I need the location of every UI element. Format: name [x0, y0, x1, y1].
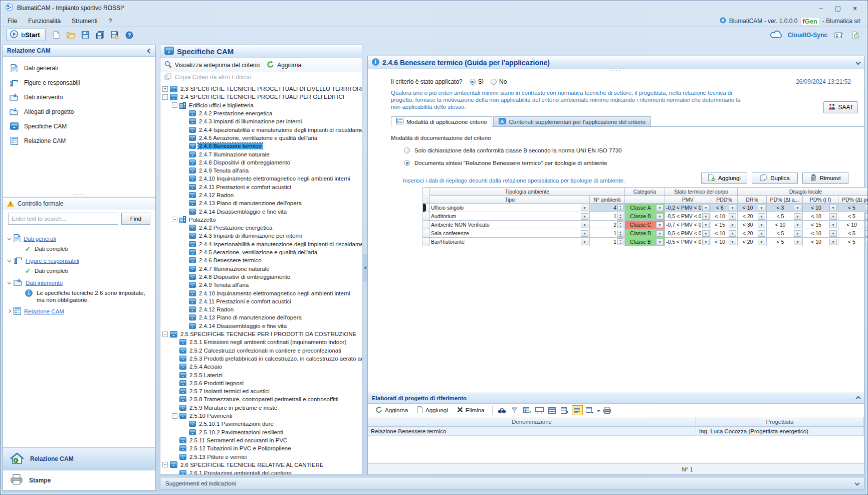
cell-progettista[interactable]: Ing. Luca Cocozza (Progettista energetic…: [696, 427, 864, 435]
controllo-node[interactable]: Figure e responsabili: [6, 255, 152, 266]
open-icon[interactable]: [65, 30, 77, 41]
dropdown-icon[interactable]: ▼: [729, 239, 736, 245]
dropdown-icon[interactable]: ▼: [702, 213, 710, 220]
doc-sync-icon[interactable]: [849, 30, 861, 41]
cell-pd-tf[interactable]: < 15▼: [803, 221, 838, 229]
tree-node[interactable]: 2.5.11 Serramenti ed oscuranti in PVC: [160, 436, 362, 444]
cell-pd-dta[interactable]: < 3▼: [767, 204, 803, 212]
cell-pd-tf[interactable]: < 10▼: [803, 212, 838, 221]
elaborati-refresh-button[interactable]: Aggiorna: [372, 405, 411, 416]
table-row[interactable]: Ambiente NON Verificato▼2▲▼Classe C▼-0,7…: [423, 221, 868, 229]
cell-pdd[interactable]: < 15▼: [711, 221, 738, 229]
tree-node[interactable]: 2.4.10 Inquinamento elettromagnetico neg…: [160, 175, 362, 183]
list-view-icon[interactable]: [572, 405, 583, 415]
cell-pdd[interactable]: < 10▼: [711, 229, 738, 238]
dropdown-icon[interactable]: ▼: [581, 239, 588, 245]
menu-file[interactable]: File: [8, 18, 17, 25]
controllo-node-link[interactable]: Dati generali: [24, 236, 56, 242]
column-header[interactable]: N° ambienti: [590, 196, 625, 204]
add-row-button[interactable]: Aggiungi: [701, 173, 747, 184]
tree-collapse-icon[interactable]: −: [162, 332, 168, 337]
cell-pd-tf[interactable]: < 10▼: [803, 238, 838, 246]
tree-node[interactable]: 2.5.3 Prodotti prefabbricati in calcestr…: [160, 355, 362, 363]
find-button[interactable]: Find: [121, 213, 150, 225]
menu-strumenti[interactable]: Strumenti: [72, 18, 97, 25]
collapse-elaborati-icon[interactable]: [856, 396, 861, 401]
tree-node[interactable]: −Edificio uffici e biglietteria: [160, 101, 362, 109]
tree-node[interactable]: 2.4.9 Tenuta all'aria: [160, 281, 362, 289]
column-header[interactable]: PD% (Δt pr): [838, 196, 868, 204]
elaborati-delete-button[interactable]: Elimina: [454, 405, 488, 416]
cell-pmv[interactable]: -0,5 < PMV < 0,5▼: [665, 212, 711, 221]
tree-node[interactable]: 2.4.12 Radon: [160, 305, 362, 313]
tree-node[interactable]: 2.4.6 Benessere termico: [160, 142, 362, 150]
tree-node[interactable]: −2.5 SPECIFICHE TECNICHE PER I PRODOTTI …: [160, 330, 362, 338]
cell-dr[interactable]: < 20▼: [738, 238, 767, 246]
dropdown-icon[interactable]: ▼: [656, 222, 664, 228]
cell-categoria[interactable]: Classe B▼: [625, 238, 665, 246]
tree-node[interactable]: +2.3 SPECIFICHE TECNICHE PROGETTUALI DI …: [160, 85, 362, 93]
cell-pd-tf[interactable]: < 10▼: [803, 229, 838, 238]
dropdown-icon[interactable]: ▼: [581, 213, 588, 220]
cell-pd-dtpr[interactable]: < 5▼: [838, 212, 868, 221]
group-add-icon[interactable]: [522, 405, 533, 415]
sidebar-bottom-stampe[interactable]: Stampe: [3, 470, 155, 490]
radio-yes[interactable]: Sì: [470, 78, 484, 85]
tree-collapse-icon[interactable]: −: [162, 462, 168, 467]
cell-categoria[interactable]: Classe B▼: [625, 229, 665, 238]
maximize-button[interactable]: ▢: [830, 3, 845, 13]
dropdown-icon[interactable]: ▼: [656, 213, 664, 220]
tree-collapse-icon[interactable]: −: [172, 413, 177, 419]
collapse-sidebar-icon[interactable]: [147, 48, 152, 53]
save-icon[interactable]: [80, 30, 92, 41]
controllo-node[interactable]: Dati intervento: [6, 277, 152, 288]
layout-grid-icon[interactable]: [547, 405, 558, 415]
help-icon[interactable]: ?: [123, 30, 135, 41]
dropdown-caret-icon[interactable]: [597, 407, 600, 414]
tree-node[interactable]: 2.4.3 Impianti di illuminazione per inte…: [160, 117, 362, 125]
dropdown-icon[interactable]: ▼: [758, 239, 765, 245]
dropdown-icon[interactable]: ▼: [865, 230, 868, 237]
cell-pd-dtpr[interactable]: < 5▼: [838, 204, 868, 212]
dropdown-icon[interactable]: ▼: [758, 230, 765, 237]
cloud-sync-label[interactable]: CloudIO-Sync: [788, 32, 827, 39]
tree-node[interactable]: −2.5.10 Pavimenti: [160, 412, 362, 420]
column-denominazione[interactable]: Denominazione: [368, 417, 696, 426]
dropdown-icon[interactable]: ▼: [829, 222, 837, 228]
dropdown-icon[interactable]: ▼: [865, 205, 868, 211]
option-dichiarazione[interactable]: Solo dichiarazione della conformità clas…: [404, 147, 864, 153]
cell-dr[interactable]: < 20▼: [738, 229, 767, 238]
column-header[interactable]: PD% (t f): [803, 196, 838, 204]
row-selector[interactable]: [423, 229, 430, 238]
tree-node[interactable]: 2.4.5 Aerazione, ventilazione e qualità …: [160, 134, 362, 142]
dropdown-icon[interactable]: ▼: [729, 222, 736, 228]
table-row[interactable]: Ufficio singolo▼4▲▼Classe A▼-0,2 < PMV <…: [423, 204, 868, 212]
dropdown-icon[interactable]: ▼: [581, 230, 588, 237]
tree-expand-icon[interactable]: +: [162, 86, 168, 92]
tree-node[interactable]: −2.4 SPECIFICHE TECNICHE PROGETTUALI PER…: [160, 93, 362, 101]
refresh-criteria-button[interactable]: Aggiorna: [267, 61, 301, 70]
column-progettista[interactable]: Progettista: [696, 417, 864, 426]
sidebar-item-dati-generali[interactable]: Dati generali: [3, 61, 155, 75]
export-grid-icon[interactable]: [559, 405, 570, 415]
dropdown-icon[interactable]: ▼: [794, 230, 801, 237]
menu-help[interactable]: ?: [108, 18, 112, 25]
tree-node[interactable]: 2.4.9 Tenuta all'aria: [160, 167, 362, 175]
cell-categoria[interactable]: Classe B▼: [625, 212, 665, 221]
tree-node[interactable]: 2.4.14 Disassemblaggio e fine vita: [160, 207, 362, 215]
dropdown-icon[interactable]: ▼: [865, 213, 868, 220]
duplicate-row-button[interactable]: Duplica: [752, 173, 798, 184]
tree-node[interactable]: 2.5.5 Laterizi: [160, 371, 362, 379]
row-selector[interactable]: [423, 238, 430, 246]
cell-pdd[interactable]: < 6▼: [711, 204, 738, 212]
collapse-criterion-icon[interactable]: [856, 60, 861, 65]
tree-node[interactable]: 2.4.7 Illuminazione naturale: [160, 265, 362, 273]
cell-pmv[interactable]: -0,2 < PMV < 0,2▼: [665, 204, 711, 212]
save-sync-icon[interactable]: [109, 30, 121, 41]
tree-node[interactable]: 2.4.7 Illuminazione naturale: [160, 150, 362, 158]
cell-tipo[interactable]: Ambiente NON Verificato▼: [430, 221, 590, 229]
chevron-down-icon[interactable]: [8, 259, 11, 262]
tree-node[interactable]: 2.5.2 Calcestruzzi confezionati in canti…: [160, 347, 362, 355]
column-header[interactable]: Tipo: [430, 196, 590, 204]
column-header[interactable]: PD% (Δt a...: [767, 196, 803, 204]
